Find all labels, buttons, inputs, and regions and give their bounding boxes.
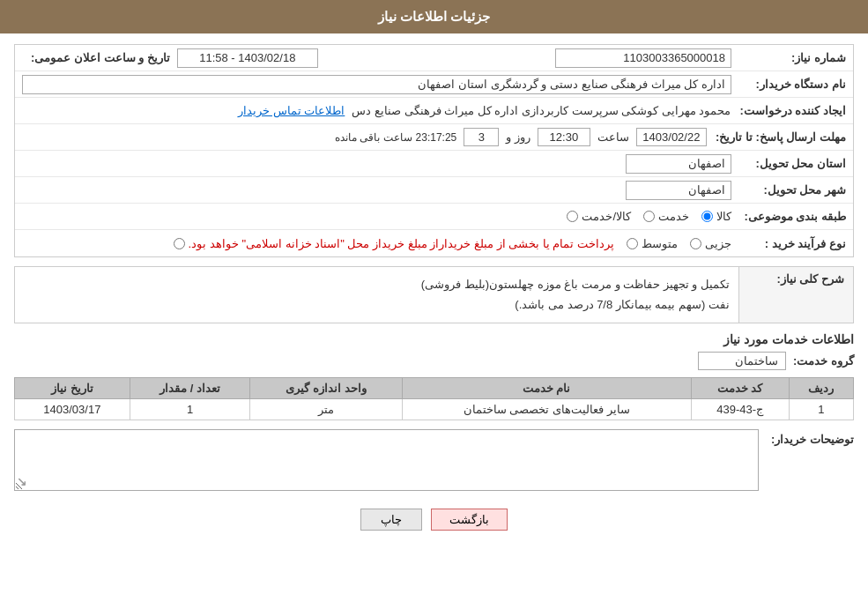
city-value-cell: اصفهان	[22, 181, 731, 200]
announce-datetime-value: 1403/02/18 - 11:58	[177, 48, 318, 68]
description-line1: تکمیل و تجهیز حفاظت و مرمت باغ موزه چهلس…	[24, 274, 730, 294]
deadline-time-row: 1403/02/22 ساعت 12:30 روز و 3 23:17:25 س…	[335, 128, 707, 146]
need-number-value: 1103003365000018	[555, 48, 731, 68]
creator-value: محمود مهرایی کوشکی سرپرست کاربردازی ادار…	[352, 104, 731, 117]
description-line2: نفت (سهم بیمه بیمانکار 7/8 درصد می باشد.…	[24, 294, 730, 315]
col-service-name: نام خدمت	[402, 377, 691, 398]
description-label: شرح کلی نیاز:	[739, 267, 854, 323]
page-title: جزئیات اطلاعات نیاز	[378, 9, 490, 24]
deadline-time: 12:30	[538, 128, 590, 146]
col-row-num: ردیف	[789, 377, 853, 398]
col-date-needed: تاریخ نیاز	[15, 377, 130, 398]
purchase-type-radio-partial[interactable]	[690, 238, 701, 249]
buyer-name-label: نام دستگاه خریدار:	[731, 78, 846, 91]
category-label: طبقه بندی موضوعی:	[731, 210, 846, 223]
buyer-notes-section: توضیحات خریدار: ↘	[14, 429, 854, 491]
category-option-kala-khadamat[interactable]: کالا/خدمت	[567, 210, 631, 223]
table-row: 1ج-43-439سایر فعالیت‌های تخصصی ساختمانمت…	[15, 398, 854, 420]
table-cell-1: ج-43-439	[691, 398, 789, 420]
row-city: شهر محل تحویل: اصفهان	[15, 177, 853, 204]
purchase-type-medium-label: متوسط	[642, 237, 678, 250]
purchase-type-partial-label: جزیی	[705, 237, 731, 250]
need-number-value-cell: 1103003365000018	[377, 48, 732, 68]
table-cell-4: 1	[130, 398, 250, 420]
resize-handle-icon: ↘	[17, 474, 27, 488]
back-button[interactable]: بازگشت	[431, 509, 508, 531]
row-need-number: شماره نیاز: 1103003365000018 1403/02/18 …	[15, 45, 853, 71]
need-number-label: شماره نیاز:	[731, 51, 846, 64]
city-label: شهر محل تحویل:	[731, 183, 846, 197]
city-value: اصفهان	[626, 181, 731, 200]
category-option-kala-khadamat-label: کالا/خدمت	[582, 210, 631, 223]
purchase-type-label: نوع فرآیند خرید :	[731, 237, 846, 250]
category-radio-kala-khadamat[interactable]	[567, 211, 578, 222]
purchase-type-value-cell: پرداخت تمام یا بخشی از مبلغ خریداراز مبل…	[22, 237, 731, 250]
purchase-type-full-payment[interactable]: پرداخت تمام یا بخشی از مبلغ خریداراز مبل…	[174, 237, 614, 250]
row-buyer-name: نام دستگاه خریدار: اداره کل میراث فرهنگی…	[15, 71, 853, 98]
purchase-type-full-payment-label: پرداخت تمام یا بخشی از مبلغ خریداراز مبل…	[189, 237, 614, 250]
purchase-type-radio-group: پرداخت تمام یا بخشی از مبلغ خریداراز مبل…	[174, 237, 731, 250]
buyer-name-value-cell: اداره کل میراث فرهنگی صنایع دستی و گردشگ…	[22, 75, 731, 94]
announce-datetime-area: 1403/02/18 - 11:58 تاریخ و ساعت اعلان عم…	[22, 48, 377, 68]
print-button[interactable]: چاپ	[360, 509, 422, 531]
table-cell-5: 1403/03/17	[15, 398, 130, 420]
remaining-time: 23:17:25 ساعت باقی مانده	[335, 131, 456, 144]
table-cell-3: متر	[250, 398, 402, 420]
category-value-cell: کالا/خدمت خدمت کالا	[22, 210, 731, 223]
services-section-title: اطلاعات خدمات مورد نیاز	[14, 332, 854, 346]
info-section: شماره نیاز: 1103003365000018 1403/02/18 …	[14, 44, 854, 257]
contact-link[interactable]: اطلاعات تماس خریدار	[238, 104, 345, 117]
category-radio-group: کالا/خدمت خدمت کالا	[567, 210, 731, 223]
table-cell-0: 1	[789, 398, 853, 420]
description-content: تکمیل و تجهیز حفاظت و مرمت باغ موزه چهلس…	[15, 267, 739, 323]
group-row: گروه خدمت: ساختمان	[14, 352, 854, 370]
col-unit: واحد اندازه گیری	[250, 377, 402, 398]
purchase-type-partial[interactable]: جزیی	[690, 237, 731, 250]
category-option-kala[interactable]: کالا	[701, 210, 731, 223]
category-radio-kala[interactable]	[701, 211, 713, 222]
row-deadline: مهلت ارسال پاسخ: تا تاریخ: 1403/02/22 سا…	[15, 124, 853, 151]
deadline-remaining-label: ساعت باقی مانده	[335, 131, 412, 144]
deadline-time-label: ساعت	[597, 130, 629, 144]
page-header: جزئیات اطلاعات نیاز	[0, 0, 868, 33]
row-purchase-type: نوع فرآیند خرید : پرداخت تمام یا بخشی از…	[15, 230, 853, 256]
description-section: شرح کلی نیاز: تکمیل و تجهیز حفاظت و مرمت…	[14, 266, 854, 323]
province-value-cell: اصفهان	[22, 154, 731, 174]
category-option-khadamat[interactable]: خدمت	[643, 210, 689, 223]
creator-label: ایجاد کننده درخواست:	[731, 104, 846, 117]
category-radio-khadamat[interactable]	[643, 211, 655, 222]
deadline-days-label: روز و	[506, 130, 530, 144]
announce-datetime-label: تاریخ و ساعت اعلان عمومی:	[22, 51, 170, 64]
services-table-section: ردیف کد خدمت نام خدمت واحد اندازه گیری ت…	[14, 377, 854, 420]
deadline-value-cell: 1403/02/22 ساعت 12:30 روز و 3 23:17:25 س…	[22, 128, 707, 146]
deadline-days: 3	[464, 128, 499, 146]
buyer-notes-box[interactable]: ↘	[14, 429, 759, 491]
group-label: گروه خدمت:	[793, 354, 854, 368]
row-category: طبقه بندی موضوعی: کالا/خدمت خدمت کالا	[15, 204, 853, 230]
buyer-notes-label: توضیحات خریدار:	[766, 429, 854, 446]
category-option-kala-label: کالا	[716, 210, 731, 223]
col-service-code: کد خدمت	[691, 377, 789, 398]
table-cell-2: سایر فعالیت‌های تخصصی ساختمان	[402, 398, 691, 420]
province-label: استان محل تحویل:	[731, 157, 846, 170]
purchase-type-radio-full[interactable]	[174, 238, 185, 249]
purchase-type-radio-medium[interactable]	[627, 238, 638, 249]
row-creator: ایجاد کننده درخواست: محمود مهرایی کوشکی …	[15, 98, 853, 124]
creator-value-cell: محمود مهرایی کوشکی سرپرست کاربردازی ادار…	[22, 104, 731, 117]
col-quantity: تعداد / مقدار	[130, 377, 250, 398]
row-province: استان محل تحویل: اصفهان	[15, 151, 853, 177]
buyer-name-value: اداره کل میراث فرهنگی صنایع دستی و گردشگ…	[22, 75, 731, 94]
deadline-remaining: 23:17:25	[416, 131, 457, 144]
deadline-label: مهلت ارسال پاسخ: تا تاریخ:	[707, 130, 846, 144]
services-table: ردیف کد خدمت نام خدمت واحد اندازه گیری ت…	[14, 377, 854, 420]
group-value: ساختمان	[698, 352, 786, 370]
category-option-khadamat-label: خدمت	[658, 210, 689, 223]
province-value: اصفهان	[626, 154, 731, 174]
deadline-date: 1403/02/22	[636, 128, 707, 146]
purchase-type-medium[interactable]: متوسط	[627, 237, 678, 250]
buttons-row: بازگشت چاپ	[14, 500, 854, 545]
